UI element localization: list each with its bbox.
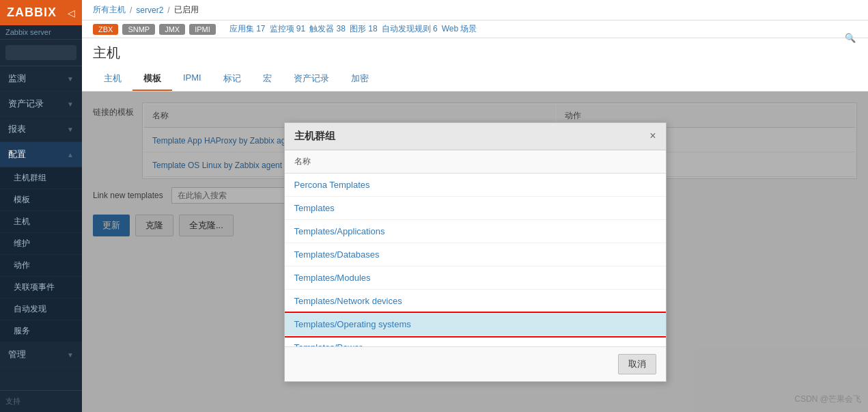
host-group-modal: 主机群组 × 名称 Percona Templates Templates Te… <box>284 122 667 382</box>
sidebar: ZABBIX ◁ Zabbix server 🔍 监测 ▼ 资产记录 ▼ 报表 … <box>0 0 82 412</box>
apps-link[interactable]: 应用集 17 <box>229 23 266 35</box>
tag-zbx[interactable]: ZBX <box>93 24 118 35</box>
page-header: 主机 主机 模板 IPMI 标记 宏 资产记录 加密 <box>82 38 868 92</box>
sidebar-nav: 监测 ▼ 资产记录 ▼ 报表 ▼ 配置 ▲ 主机群组 模板 主机 维护 动作 关… <box>0 66 82 390</box>
chevron-right-icon: ▼ <box>67 126 74 133</box>
search-icon: 🔍 <box>845 33 856 43</box>
chevron-right-icon: ▼ <box>67 351 74 359</box>
sidebar-subitem-templates[interactable]: 模板 <box>0 189 82 211</box>
tag-jmx[interactable]: JMX <box>159 24 185 35</box>
tab-hosts[interactable]: 主机 <box>93 68 132 91</box>
chevron-down-icon: ▲ <box>67 151 74 159</box>
list-item[interactable]: Templates <box>285 197 666 220</box>
tab-assets[interactable]: 资产记录 <box>283 68 340 91</box>
list-item[interactable]: Templates/Network devices <box>285 290 666 313</box>
modal-body: 名称 Percona Templates Templates Templates… <box>285 150 666 346</box>
tab-ipmi[interactable]: IPMI <box>172 68 212 91</box>
list-item[interactable]: Templates/Applications <box>285 220 666 243</box>
sidebar-user: Zabbix server <box>0 25 82 40</box>
sidebar-subitem-hostgroups[interactable]: 主机群组 <box>0 167 82 189</box>
tag-snmp[interactable]: SNMP <box>122 24 155 35</box>
sidebar-item-config-label: 配置 <box>8 148 26 161</box>
main-content: 所有主机 / server2 / 已启用 ZBX SNMP JMX IPMI 应… <box>82 0 868 412</box>
graphs-link[interactable]: 图形 18 <box>350 23 378 35</box>
tag-pills-bar: ZBX SNMP JMX IPMI 应用集 17 监控项 91 触发器 38 图… <box>82 20 868 38</box>
breadcrumb-server[interactable]: server2 <box>136 5 163 15</box>
breadcrumb-current: 已启用 <box>174 4 199 16</box>
monitors-link[interactable]: 监控项 91 <box>270 23 306 35</box>
modal-cancel-button[interactable]: 取消 <box>618 354 656 374</box>
watermark: CSDN @芒果会飞 <box>794 394 861 405</box>
sidebar-footer-support[interactable]: 支持 <box>0 390 82 412</box>
breadcrumb-all-hosts[interactable]: 所有主机 <box>93 4 126 16</box>
modal-header: 主机群组 × <box>285 123 666 150</box>
sidebar-item-config[interactable]: 配置 ▲ <box>0 142 82 167</box>
sidebar-config-subitems: 主机群组 模板 主机 维护 动作 关联项事件 自动发现 服务 <box>0 167 82 342</box>
sidebar-item-assets[interactable]: 资产记录 ▼ <box>0 92 82 117</box>
sidebar-item-assets-label: 资产记录 <box>8 98 44 110</box>
sidebar-item-admin[interactable]: 管理 ▼ <box>0 342 82 368</box>
chevron-right-icon: ▼ <box>67 75 74 83</box>
sidebar-search-container: 🔍 <box>0 40 82 66</box>
tab-macros[interactable]: 宏 <box>252 68 283 91</box>
sidebar-subitem-actions[interactable]: 动作 <box>0 255 82 277</box>
triggers-link[interactable]: 触发器 38 <box>309 23 346 35</box>
sidebar-item-monitor[interactable]: 监测 ▼ <box>0 66 82 92</box>
sidebar-header: ZABBIX ◁ <box>0 0 82 25</box>
sidebar-subitem-services[interactable]: 服务 <box>0 320 82 342</box>
tab-encryption[interactable]: 加密 <box>340 68 380 91</box>
tag-ipmi[interactable]: IPMI <box>189 24 216 35</box>
chevron-right-icon: ▼ <box>67 100 74 108</box>
list-item[interactable]: Percona Templates <box>285 174 666 197</box>
sidebar-subitem-correlation[interactable]: 关联项事件 <box>0 277 82 299</box>
sidebar-item-reports-label: 报表 <box>8 123 26 135</box>
sidebar-item-monitor-label: 监测 <box>8 72 26 85</box>
breadcrumb-bar: 所有主机 / server2 / 已启用 <box>82 0 868 20</box>
web-link[interactable]: Web 场景 <box>442 23 477 35</box>
sidebar-subitem-maintenance[interactable]: 维护 <box>0 233 82 255</box>
sidebar-search-input[interactable] <box>5 45 76 60</box>
modal-col-name: 名称 <box>285 150 666 174</box>
discovery-link[interactable]: 自动发现规则 6 <box>382 23 438 35</box>
breadcrumb-sep2: / <box>167 5 169 15</box>
content-area: 链接的模板 名称 动作 Template App HAProxy by Zabb… <box>82 92 868 412</box>
app-logo: ZABBIX <box>7 5 57 20</box>
list-item-operating-systems[interactable]: Templates/Operating systems <box>285 313 666 336</box>
tab-tags[interactable]: 标记 <box>212 68 252 91</box>
sidebar-item-admin-label: 管理 <box>8 348 26 361</box>
tab-templates[interactable]: 模板 <box>132 68 172 91</box>
list-item[interactable]: Templates/Databases <box>285 243 666 266</box>
sidebar-item-reports[interactable]: 报表 ▼ <box>0 117 82 142</box>
sidebar-subitem-autodiscovery[interactable]: 自动发现 <box>0 299 82 320</box>
list-item[interactable]: Templates/Power <box>285 336 666 346</box>
tabs-bar: 主机 模板 IPMI 标记 宏 资产记录 加密 <box>93 68 857 91</box>
page-title: 主机 <box>93 44 857 62</box>
sidebar-subitem-hosts[interactable]: 主机 <box>0 211 82 233</box>
breadcrumb-sep1: / <box>130 5 132 15</box>
modal-footer: 取消 <box>285 346 666 381</box>
modal-overlay: 主机群组 × 名称 Percona Templates Templates Te… <box>82 92 868 412</box>
modal-title: 主机群组 <box>294 130 335 143</box>
list-item[interactable]: Templates/Modules <box>285 266 666 290</box>
modal-close-button[interactable]: × <box>649 130 656 142</box>
sidebar-collapse-button[interactable]: ◁ <box>68 8 75 18</box>
